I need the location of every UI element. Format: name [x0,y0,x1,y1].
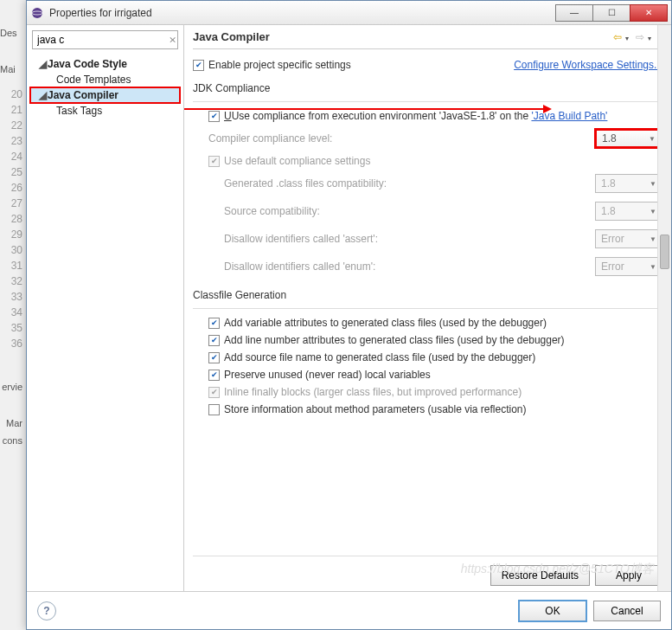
restore-defaults-button[interactable]: Restore Defaults [490,565,590,586]
use-default-compliance-label: Use default compliance settings [224,155,370,167]
left-pane: ⨯ ◢Java Code Style Code Templates ◢Java … [27,25,184,591]
tree-code-templates[interactable]: Code Templates [30,72,180,87]
configure-workspace-link[interactable]: Configure Workspace Settings... [514,59,662,71]
dialog-footer: ? OK Cancel [27,591,671,629]
page-title: Java Compiler [193,30,611,43]
preserve-unused-label: Preserve unused (never read) local varia… [224,369,431,381]
scrollbar-thumb[interactable] [660,235,669,269]
scrollbar-track[interactable] [657,25,671,591]
editor-line-numbers: 202122 232425 262728 293031 323334 3536 … [0,87,26,450]
store-param-info-label: Store information about method parameter… [224,403,527,415]
editor-bg-tabs: Des Mai [0,26,26,76]
disallow-enum-select: Error▼ [595,257,662,276]
add-var-attrs-label: Add variable attributes to generated cla… [224,317,547,329]
maximize-button[interactable]: ☐ [592,4,630,22]
disallow-assert-select: Error▼ [595,229,662,248]
add-var-attrs-checkbox[interactable] [208,318,220,329]
clear-filter-icon[interactable]: ⨯ [169,35,176,46]
right-pane: Java Compiler ⇦▾ ⇨▾ ▾ Enable project spe… [184,25,671,591]
tree-java-code-style[interactable]: ◢Java Code Style [30,56,180,72]
tree-java-compiler[interactable]: ◢Java Compiler [30,87,180,103]
preserve-unused-checkbox[interactable] [208,370,220,381]
minimize-button[interactable]: — [555,4,593,22]
filter-box[interactable]: ⨯ [32,30,178,49]
jdk-compliance-group-label: JDK Compliance [193,82,662,94]
dropdown-caret-icon: ▼ [649,135,656,143]
source-compat-label: Source compatibility: [224,205,595,217]
disallow-enum-label: Disallow identifiers called 'enum': [224,260,595,273]
properties-dialog: Properties for irrigated — ☐ ✕ ⨯ ◢Java C… [26,0,672,630]
forward-menu-icon[interactable]: ▾ [648,35,651,42]
store-param-info-checkbox[interactable] [208,404,220,415]
classfile-gen-group-label: Classfile Generation [193,289,662,301]
inline-finally-checkbox [208,387,220,398]
expand-arrow-icon[interactable]: ◢ [39,58,48,70]
generated-class-compat-label: Generated .class files compatibility: [224,177,595,190]
use-default-compliance-checkbox [208,156,220,167]
forward-icon[interactable]: ⇨ [636,31,644,43]
filter-input[interactable] [35,33,169,47]
add-line-attrs-checkbox[interactable] [208,335,220,346]
cancel-button[interactable]: Cancel [593,601,661,621]
compliance-level-select[interactable]: 1.8▼ [595,129,662,148]
add-line-attrs-label: Add line number attributes to generated … [224,334,565,346]
disallow-assert-label: Disallow identifiers called 'assert': [224,233,595,245]
add-source-name-checkbox[interactable] [208,352,220,363]
svg-point-0 [32,8,42,18]
close-button[interactable]: ✕ [630,4,668,22]
enable-project-settings-label: Enable project specific settings [208,59,351,71]
generated-class-compat-select: 1.8▼ [595,174,662,193]
enable-project-settings-checkbox[interactable] [193,60,204,71]
nav-history[interactable]: ⇦▾ ⇨▾ ▾ [611,31,662,43]
back-menu-icon[interactable]: ▾ [625,35,629,42]
titlebar[interactable]: Properties for irrigated — ☐ ✕ [27,1,671,25]
help-button[interactable]: ? [37,601,56,620]
java-build-path-link[interactable]: 'Java Build Path' [531,110,607,122]
ok-button[interactable]: OK [519,601,586,621]
use-exec-env-label: UUse compliance from execution environme… [224,110,607,122]
inline-finally-label: Inline finally blocks (larger class file… [224,386,522,398]
back-icon[interactable]: ⇦ [613,31,622,43]
add-source-name-label: Add source file name to generated class … [224,351,535,363]
eclipse-icon [30,6,44,20]
preference-tree: ◢Java Code Style Code Templates ◢Java Co… [27,55,183,120]
tree-task-tags[interactable]: Task Tags [30,103,180,119]
source-compat-select: 1.8▼ [595,202,662,221]
apply-button[interactable]: Apply [595,565,662,586]
use-exec-env-checkbox[interactable] [208,111,220,122]
compliance-level-label: Compiler compliance level: [208,132,595,145]
expand-arrow-icon[interactable]: ◢ [39,89,48,101]
window-title: Properties for irrigated [49,7,556,19]
